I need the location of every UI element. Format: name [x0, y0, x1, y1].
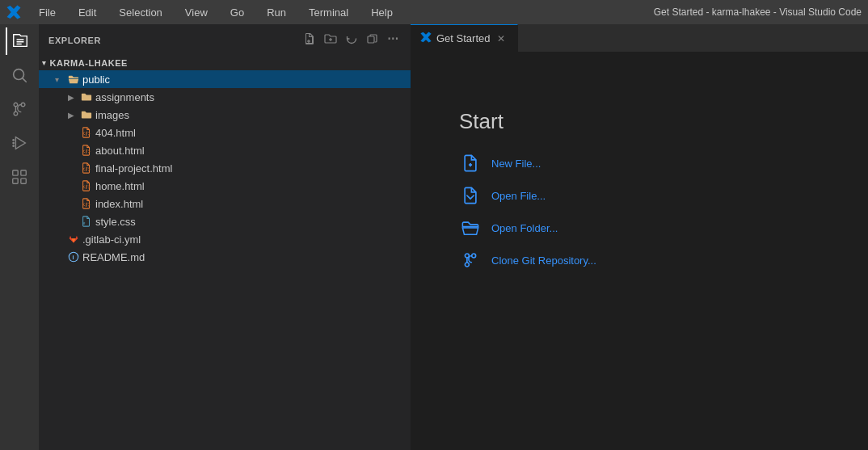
clone-repo-action-icon — [459, 249, 482, 271]
menu-edit[interactable]: Edit — [74, 5, 101, 20]
svg-point-26 — [465, 254, 469, 258]
start-section: Start New File... — [459, 109, 820, 276]
svg-rect-12 — [13, 170, 18, 175]
run-debug-icon — [11, 134, 28, 152]
menu-go[interactable]: Go — [225, 5, 249, 20]
svg-rect-13 — [21, 170, 26, 175]
open-folder-label[interactable]: Open Folder... — [491, 222, 558, 234]
folder-assignments[interactable]: ▶ assignments — [39, 88, 411, 106]
tab-get-started-label: Get Started — [436, 32, 490, 44]
menu-run[interactable]: Run — [262, 5, 291, 20]
editor-content: Start New File... — [411, 53, 868, 450]
svg-point-10 — [12, 142, 15, 145]
html-file-icon — [81, 145, 92, 156]
css-file-icon: # — [81, 216, 92, 227]
file-stylecss[interactable]: # style.css — [39, 212, 411, 230]
open-file-action[interactable]: Open File... — [459, 179, 820, 212]
new-file-button[interactable] — [301, 31, 318, 49]
file-homehtml-name: home.html — [95, 180, 145, 192]
new-folder-button[interactable] — [322, 31, 339, 49]
file-404html[interactable]: 404.html — [39, 124, 411, 141]
extensions-icon — [11, 168, 28, 186]
folder-images[interactable]: ▶ images — [39, 106, 411, 124]
file-tree: ▾ KARMA-LHAKEE ▾ public ▶ assignments — [39, 56, 411, 450]
clone-repo-label[interactable]: Clone Git Repository... — [491, 254, 596, 267]
svg-point-28 — [465, 263, 469, 267]
folder-public[interactable]: ▾ public — [39, 70, 411, 88]
workspace-chevron: ▾ — [42, 59, 47, 67]
file-indexhtml-name: index.html — [95, 198, 143, 210]
file-404html-name: 404.html — [95, 127, 136, 139]
file-gitlabci-name: .gitlab-ci.yml — [82, 233, 141, 246]
menu-selection[interactable]: Selection — [114, 5, 166, 20]
file-abouthtml-name: about.html — [95, 145, 145, 157]
tab-vscode-icon — [420, 32, 432, 45]
activity-source-control[interactable] — [6, 95, 33, 123]
info-file-icon: i — [68, 251, 79, 263]
activity-extensions[interactable] — [6, 163, 33, 191]
file-readme[interactable]: i README.md — [39, 248, 411, 266]
file-homehtml[interactable]: home.html — [39, 177, 411, 195]
clone-repo-action[interactable]: Clone Git Repository... — [459, 244, 820, 276]
folder-open-icon — [68, 74, 79, 85]
explorer-title: EXPLORER — [48, 36, 101, 45]
html-file-icon — [81, 198, 92, 209]
sidebar: EXPLORER — [39, 24, 411, 450]
activity-bar — [0, 24, 39, 450]
svg-rect-2 — [16, 44, 21, 44]
svg-point-6 — [21, 103, 25, 107]
svg-point-7 — [14, 111, 18, 116]
new-file-action[interactable]: New File... — [459, 147, 820, 179]
workspace-root[interactable]: ▾ KARMA-LHAKEE — [39, 56, 411, 70]
svg-point-11 — [12, 145, 15, 147]
public-chevron: ▾ — [55, 75, 65, 84]
titlebar: File Edit Selection View Go Run Terminal… — [0, 0, 868, 24]
explorer-header: EXPLORER — [39, 24, 411, 56]
folder-icon — [81, 109, 92, 120]
svg-line-4 — [23, 78, 26, 82]
file-readme-name: README.md — [82, 251, 145, 263]
tab-get-started[interactable]: Get Started ✕ — [411, 24, 518, 52]
svg-rect-20 — [368, 36, 374, 43]
file-stylecss-name: style.css — [95, 216, 136, 228]
open-folder-icon — [461, 219, 479, 237]
svg-point-5 — [14, 103, 18, 107]
menu-file[interactable]: File — [34, 5, 61, 20]
open-file-label[interactable]: Open File... — [491, 190, 546, 202]
menu-terminal[interactable]: Terminal — [304, 5, 353, 20]
search-icon — [11, 66, 28, 84]
images-chevron: ▶ — [68, 111, 78, 120]
workspace-name: KARMA-LHAKEE — [50, 58, 128, 68]
collapse-all-button[interactable] — [364, 31, 381, 49]
menu-help[interactable]: Help — [366, 5, 398, 20]
activity-search[interactable] — [6, 61, 33, 89]
explorer-icon — [11, 32, 29, 50]
new-file-label[interactable]: New File... — [491, 158, 541, 170]
svg-rect-14 — [13, 179, 18, 183]
more-actions-button[interactable]: ⋯ — [386, 31, 401, 49]
tab-bar: Get Started ✕ — [411, 24, 868, 53]
file-indexhtml[interactable]: index.html — [39, 195, 411, 212]
vscode-logo-icon — [6, 5, 21, 19]
file-finalhtml-name: final-project.html — [95, 162, 172, 175]
refresh-button[interactable] — [343, 31, 360, 49]
file-finalhtml[interactable]: final-project.html — [39, 159, 411, 177]
open-folder-action[interactable]: Open Folder... — [459, 212, 820, 244]
file-abouthtml[interactable]: about.html — [39, 141, 411, 159]
open-file-icon — [461, 187, 479, 204]
folder-images-name: images — [95, 109, 129, 121]
tab-close-button[interactable]: ✕ — [495, 32, 508, 45]
file-gitlabci[interactable]: .gitlab-ci.yml — [39, 230, 411, 248]
folder-icon — [81, 91, 92, 103]
new-file-icon — [461, 154, 479, 172]
open-folder-action-icon — [459, 217, 482, 239]
activity-run-debug[interactable] — [6, 129, 33, 157]
menu-view[interactable]: View — [180, 5, 213, 20]
source-control-icon — [11, 100, 28, 118]
window-title: Get Started - karma-lhakee - Visual Stud… — [654, 6, 862, 18]
editor-area: Get Started ✕ Start — [411, 24, 868, 450]
folder-assignments-name: assignments — [95, 91, 154, 103]
svg-text:#: # — [83, 221, 86, 225]
svg-rect-1 — [16, 41, 23, 42]
activity-explorer[interactable] — [6, 27, 33, 55]
